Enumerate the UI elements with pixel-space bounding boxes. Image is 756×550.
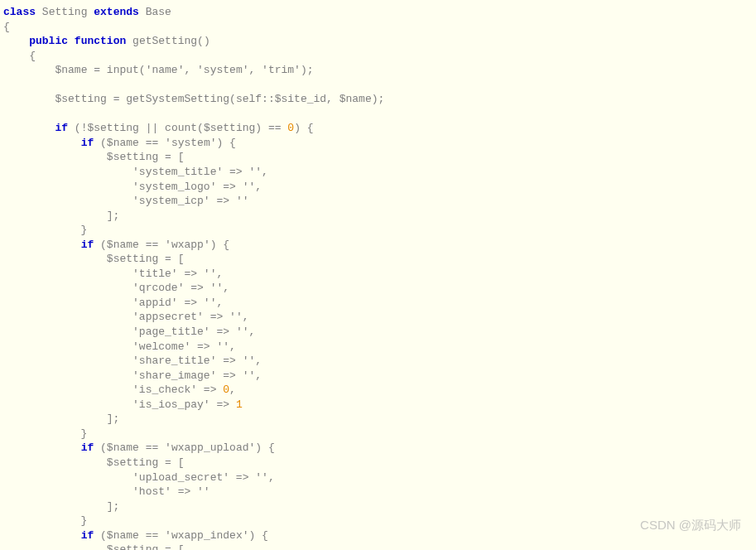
code-line: ]; xyxy=(3,500,119,513)
code-line: $setting = [ xyxy=(3,456,184,469)
code-line: $setting = [ xyxy=(3,253,184,265)
code-line: 'host' => '' xyxy=(3,485,210,498)
code-line: { xyxy=(3,50,36,62)
code-line: class Setting extends Base xyxy=(3,6,171,18)
code-line: 'qrcode' => '', xyxy=(3,282,229,294)
code-line: 'title' => '', xyxy=(3,268,223,280)
code-editor[interactable]: class Setting extends Base { public func… xyxy=(3,5,753,550)
code-line: $name = input('name', 'system', 'trim'); xyxy=(3,64,314,76)
code-line: 'share_title' => '', xyxy=(3,355,262,367)
code-line: $setting = [ xyxy=(3,543,184,550)
code-line: 'is_ios_pay' => 1 xyxy=(3,398,243,411)
code-line: if ($name == 'wxapp') { xyxy=(3,239,229,251)
code-line: 'system_title' => '', xyxy=(3,166,268,178)
code-line: if ($name == 'system') { xyxy=(3,137,236,149)
watermark: CSDN @源码大师 xyxy=(640,517,741,533)
code-line: 'welcome' => '', xyxy=(3,340,236,353)
code-line: 'appsecret' => '', xyxy=(3,311,249,323)
code-line: } xyxy=(3,427,87,440)
code-line: } xyxy=(3,224,87,236)
code-line: { xyxy=(3,21,10,33)
code-line: public function getSetting() xyxy=(3,35,210,47)
code-line: if ($name == 'wxapp_index') { xyxy=(3,529,268,542)
code-line: $setting = getSystemSetting(self::$site_… xyxy=(3,93,384,105)
code-line: 'appid' => '', xyxy=(3,297,223,309)
code-line: } xyxy=(3,514,87,527)
code-line: 'system_icp' => '' xyxy=(3,195,248,207)
code-line: if ($name == 'wxapp_upload') { xyxy=(3,441,275,454)
code-line: 'upload_secret' => '', xyxy=(3,471,275,484)
code-line: if (!$setting || count($setting) == 0) { xyxy=(3,122,314,134)
code-line: 'share_image' => '', xyxy=(3,369,262,382)
code-line: $setting = [ xyxy=(3,151,184,163)
code-line: 'page_title' => '', xyxy=(3,326,255,338)
code-line: 'is_check' => 0, xyxy=(3,384,236,396)
code-line: 'system_logo' => '', xyxy=(3,181,262,193)
code-line: ]; xyxy=(3,210,119,222)
code-line: ]; xyxy=(3,412,119,425)
